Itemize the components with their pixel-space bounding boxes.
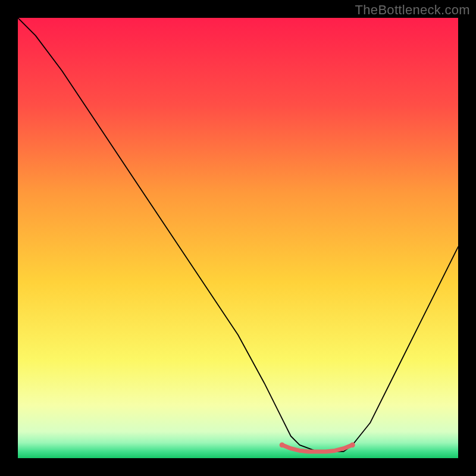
gradient-background [18, 18, 458, 458]
plot-area [18, 18, 458, 458]
chart-svg [18, 18, 458, 458]
chart-frame: TheBottleneck.com [0, 0, 476, 476]
series-optimal-band-marker-endpoint [350, 442, 355, 447]
series-optimal-band-marker-endpoint [280, 442, 285, 447]
watermark-text: TheBottleneck.com [355, 2, 470, 18]
